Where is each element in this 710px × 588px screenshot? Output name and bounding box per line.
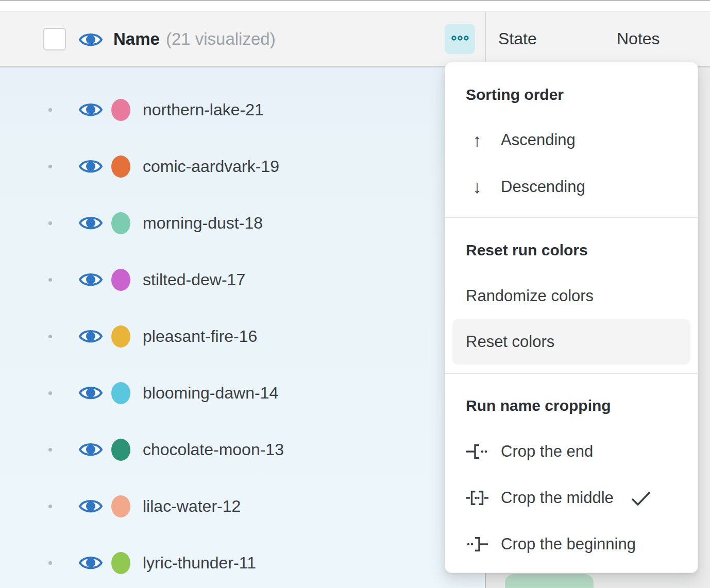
visibility-eye-icon[interactable] — [78, 383, 103, 403]
visibility-eye-icon[interactable] — [78, 439, 103, 460]
run-color-dot[interactable] — [111, 212, 130, 234]
notes-column-header[interactable]: Notes — [617, 12, 660, 66]
drag-handle-dot[interactable] — [48, 278, 52, 282]
menu-item-label: Descending — [501, 178, 585, 196]
name-column-header[interactable]: Name (21 visualized) — [113, 12, 276, 66]
run-row[interactable]: pleasant-fire-16 — [0, 308, 485, 365]
drag-handle-dot[interactable] — [48, 221, 52, 225]
runs-table-panel: Name (21 visualized) State Notes — [0, 0, 710, 588]
reset-run-colors-heading: Reset run colors — [466, 238, 588, 262]
crop-end-icon — [466, 440, 488, 463]
arrow-down-icon: ↓ — [466, 176, 488, 198]
run-name: morning-dust-18 — [143, 214, 263, 233]
run-row[interactable]: blooming-dawn-14 — [0, 365, 485, 421]
table-header: Name (21 visualized) State Notes — [0, 12, 710, 67]
arrow-up-icon: ↑ — [466, 129, 488, 151]
kebab-menu-icon — [450, 34, 470, 44]
menu-item-label: Crop the beginning — [501, 535, 636, 554]
drag-handle-dot[interactable] — [48, 391, 52, 395]
run-name: lyric-thunder-11 — [143, 554, 256, 573]
visibility-eye-icon[interactable] — [78, 156, 103, 177]
run-state-badge — [505, 574, 594, 588]
drag-handle-dot[interactable] — [48, 505, 52, 508]
state-column-header[interactable]: State — [498, 12, 537, 66]
run-name: lilac-water-12 — [143, 497, 241, 516]
run-color-dot[interactable] — [111, 495, 130, 517]
run-row[interactable]: lyric-thunder-11 — [0, 534, 485, 588]
menu-item-reset-colors[interactable]: Reset colors — [452, 319, 690, 365]
drag-handle-dot[interactable] — [48, 448, 52, 452]
run-color-dot[interactable] — [111, 155, 130, 178]
menu-item-ascending[interactable]: ↑ Ascending — [466, 128, 576, 152]
visibility-eye-icon[interactable] — [78, 29, 103, 50]
run-color-dot[interactable] — [111, 552, 130, 574]
run-settings-kebab-button[interactable] — [445, 24, 475, 54]
run-settings-menu: Sorting order ↑ Ascending ↓ Descending R… — [445, 62, 698, 573]
run-name: northern-lake-21 — [143, 100, 264, 119]
menu-divider — [445, 217, 698, 218]
visibility-eye-icon[interactable] — [78, 326, 103, 347]
visibility-eye-icon[interactable] — [78, 269, 103, 290]
menu-item-label: Ascending — [501, 131, 576, 149]
name-column-label: Name — [113, 29, 160, 49]
menu-item-label: Crop the end — [501, 442, 593, 461]
drag-handle-dot[interactable] — [48, 561, 52, 565]
drag-handle-dot[interactable] — [48, 108, 52, 112]
drag-handle-dot[interactable] — [48, 335, 52, 338]
menu-item-label: Crop the middle — [501, 489, 614, 507]
run-row[interactable]: morning-dust-18 — [0, 195, 485, 251]
menu-item-label: Reset colors — [466, 333, 554, 351]
drag-handle-dot[interactable] — [48, 165, 52, 168]
menu-item-crop-the-beginning[interactable]: Crop the beginning — [466, 532, 636, 556]
run-name: chocolate-moon-13 — [143, 440, 284, 459]
run-color-dot[interactable] — [111, 269, 130, 291]
menu-divider — [445, 373, 698, 374]
run-name-cropping-heading: Run name cropping — [466, 394, 611, 418]
run-list: northern-lake-21 comic-aardvark-19 morni… — [0, 81, 485, 588]
run-name: pleasant-fire-16 — [143, 327, 257, 346]
run-name: stilted-dew-17 — [143, 270, 245, 289]
sorting-order-heading: Sorting order — [466, 83, 564, 107]
run-name: blooming-dawn-14 — [143, 384, 278, 403]
crop-middle-icon — [466, 487, 488, 509]
column-divider — [485, 12, 486, 66]
menu-item-descending[interactable]: ↓ Descending — [466, 175, 585, 199]
run-row[interactable]: chocolate-moon-13 — [0, 421, 485, 478]
visibility-eye-icon[interactable] — [78, 99, 103, 120]
run-color-dot[interactable] — [111, 382, 130, 404]
visibility-eye-icon[interactable] — [78, 496, 103, 516]
top-strip — [0, 0, 710, 11]
crop-beginning-icon — [466, 533, 488, 556]
run-color-dot[interactable] — [111, 325, 130, 348]
menu-item-crop-the-end[interactable]: Crop the end — [466, 440, 593, 463]
run-row[interactable]: comic-aardvark-19 — [0, 138, 485, 195]
run-row[interactable]: northern-lake-21 — [0, 81, 485, 138]
run-name: comic-aardvark-19 — [143, 157, 279, 176]
run-row[interactable]: lilac-water-12 — [0, 478, 485, 534]
menu-item-crop-the-middle[interactable]: Crop the middle — [466, 486, 653, 510]
visibility-eye-icon[interactable] — [78, 213, 103, 233]
select-all-checkbox[interactable] — [43, 28, 66, 50]
run-color-dot[interactable] — [111, 99, 130, 121]
run-color-dot[interactable] — [111, 439, 130, 461]
visibility-eye-icon[interactable] — [78, 552, 103, 573]
check-icon — [629, 489, 653, 507]
visualized-count: (21 visualized) — [166, 29, 276, 49]
menu-item-randomize-colors[interactable]: Randomize colors — [466, 284, 594, 308]
run-row[interactable]: stilted-dew-17 — [0, 251, 485, 308]
